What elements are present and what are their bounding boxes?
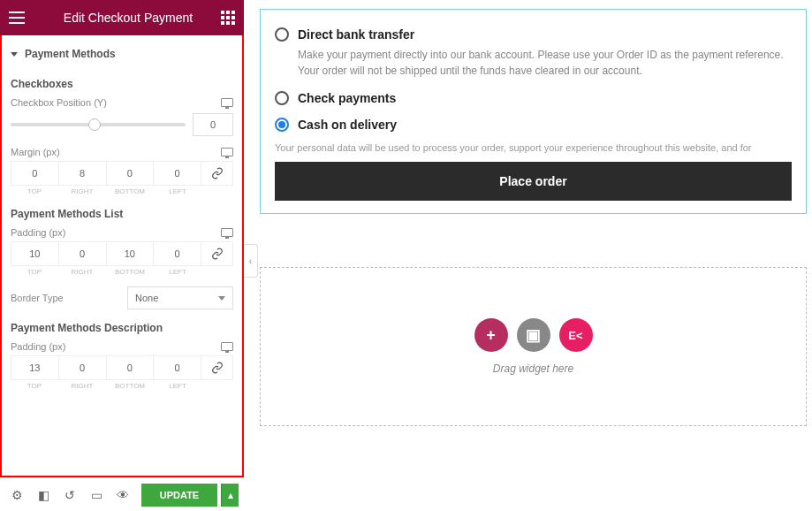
radio-icon[interactable] — [275, 91, 289, 105]
section-title: Payment Methods — [25, 48, 116, 60]
dim-label-left: LEFT — [154, 268, 201, 276]
panel-footer: ⚙ ◧ ↺ ▭ 👁 UPDATE ▴ — [0, 477, 244, 511]
label-desc-padding: Padding (px) — [11, 341, 216, 352]
dim-label-right: RIGHT — [58, 382, 106, 390]
link-values-icon[interactable] — [201, 161, 233, 186]
update-options-button[interactable]: ▴ — [221, 484, 239, 507]
select-border-type[interactable]: None — [127, 286, 233, 309]
label-margin: Margin (px) — [11, 147, 216, 157]
responsive-icon[interactable] — [221, 148, 233, 156]
dim-label-left: LEFT — [154, 187, 201, 195]
dim-label-right: RIGHT — [58, 268, 106, 276]
collapse-panel-button[interactable]: ‹ — [244, 244, 258, 278]
responsive-icon[interactable] — [221, 98, 233, 107]
responsive-icon[interactable] — [221, 342, 233, 351]
place-order-button[interactable]: Place order — [275, 162, 792, 201]
dim-label-top: TOP — [11, 382, 58, 390]
link-values-icon[interactable] — [201, 355, 233, 380]
chevron-down-icon — [218, 296, 225, 301]
group-list: Payment Methods List — [11, 208, 233, 220]
desc-padding-top-input[interactable] — [11, 356, 58, 379]
link-values-icon[interactable] — [201, 241, 233, 266]
list-padding-bottom-input[interactable] — [107, 242, 154, 265]
settings-icon[interactable]: ⚙ — [5, 484, 28, 507]
payment-label: Cash on delivery — [298, 118, 397, 132]
update-button[interactable]: UPDATE — [141, 484, 217, 507]
list-padding-left-input[interactable] — [154, 242, 201, 265]
dim-label-bottom: BOTTOM — [106, 382, 154, 390]
preview-area: Direct bank transfer Make your payment d… — [260, 0, 812, 511]
responsive-icon[interactable] — [221, 228, 233, 237]
panel-title: Edit Checkout Payment — [35, 11, 221, 25]
history-icon[interactable]: ↺ — [58, 484, 81, 507]
payment-label: Check payments — [298, 91, 396, 105]
privacy-text: Your personal data will be used to proce… — [275, 142, 792, 153]
dim-label-top: TOP — [11, 187, 58, 195]
preview-icon[interactable]: 👁 — [111, 484, 134, 507]
slider-thumb[interactable] — [88, 118, 101, 131]
input-checkbox-position-y[interactable] — [193, 113, 233, 136]
navigator-icon[interactable]: ◧ — [32, 484, 55, 507]
desc-padding-bottom-input[interactable] — [107, 356, 154, 379]
dim-label-bottom: BOTTOM — [106, 268, 154, 276]
template-library-button[interactable]: ▣ — [517, 318, 550, 352]
group-checkboxes: Checkboxes — [11, 78, 233, 90]
margin-bottom-input[interactable] — [107, 162, 154, 185]
label-list-padding: Padding (px) — [11, 227, 216, 238]
list-padding-right-input[interactable] — [59, 242, 106, 265]
apps-icon[interactable] — [221, 11, 235, 25]
dim-label-left: LEFT — [154, 382, 201, 390]
payment-label: Direct bank transfer — [298, 27, 414, 42]
widget-dropzone[interactable]: + ▣ E< Drag widget here — [260, 267, 807, 426]
margin-top-input[interactable] — [11, 162, 58, 185]
payment-option-check[interactable]: Check payments — [275, 91, 792, 105]
checkout-payment-widget[interactable]: Direct bank transfer Make your payment d… — [260, 9, 807, 214]
section-toggle-payment-methods[interactable]: Payment Methods — [11, 42, 233, 65]
payment-option-cod[interactable]: Cash on delivery — [275, 118, 792, 132]
menu-icon[interactable] — [9, 11, 25, 24]
radio-checked-icon[interactable] — [275, 118, 289, 132]
payment-option-bank[interactable]: Direct bank transfer — [275, 27, 792, 42]
add-section-button[interactable]: + — [474, 318, 508, 352]
radio-icon[interactable] — [275, 27, 289, 42]
dropzone-text: Drag widget here — [493, 362, 573, 375]
group-description: Payment Methods Description — [11, 322, 233, 334]
responsive-mode-icon[interactable]: ▭ — [85, 484, 108, 507]
desc-padding-left-input[interactable] — [154, 356, 201, 379]
label-checkbox-position-y: Checkbox Position (Y) — [11, 97, 216, 108]
desc-padding-right-input[interactable] — [59, 356, 106, 379]
dim-label-bottom: BOTTOM — [106, 187, 154, 195]
margin-right-input[interactable] — [59, 162, 106, 185]
payment-description-bank: Make your payment directly into our bank… — [298, 47, 792, 79]
slider-checkbox-position-y[interactable] — [11, 123, 186, 126]
list-padding-top-input[interactable] — [11, 242, 58, 265]
chevron-down-icon — [11, 52, 18, 57]
select-value: None — [135, 293, 158, 303]
panel-body: Payment Methods Checkboxes Checkbox Posi… — [0, 35, 244, 477]
margin-left-input[interactable] — [154, 162, 201, 185]
dim-label-top: TOP — [11, 268, 58, 276]
panel-header: Edit Checkout Payment — [0, 0, 244, 35]
elementskit-button[interactable]: E< — [559, 318, 593, 352]
dim-label-right: RIGHT — [58, 187, 106, 195]
label-border-type: Border Type — [11, 293, 127, 303]
